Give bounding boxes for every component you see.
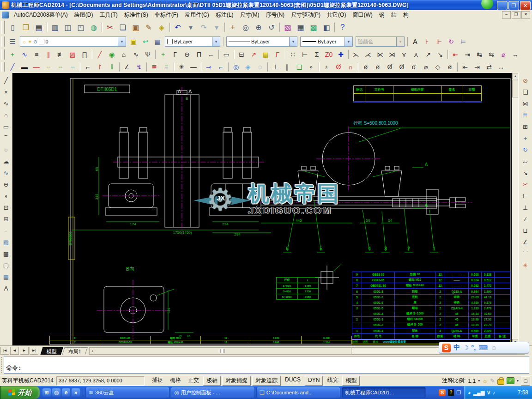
- tab-prev-button[interactable]: ◀: [10, 347, 19, 355]
- revision-cloud-icon[interactable]: ☁: [1, 156, 12, 167]
- lineweight-combobox[interactable]: ByLayer ▼: [300, 36, 353, 47]
- etransmit-icon[interactable]: ◍: [88, 21, 100, 33]
- 360-tray-icon[interactable]: ◕: [468, 390, 471, 395]
- parallel-lines-icon[interactable]: ≡: [31, 49, 42, 60]
- menu-item[interactable]: 标准件(S): [121, 10, 151, 20]
- circle-icon[interactable]: ○: [1, 145, 12, 155]
- trim-b-icon[interactable]: ⋌: [363, 49, 374, 60]
- no-entry-icon[interactable]: Ø: [333, 61, 344, 73]
- jog-line-icon[interactable]: ∿: [19, 49, 30, 60]
- open-file-icon[interactable]: ❒: [20, 21, 32, 33]
- toolbar-grip[interactable]: [1, 62, 5, 72]
- rectangle-icon[interactable]: ▭: [1, 121, 12, 132]
- viewport-frame-icon[interactable]: ▭: [221, 49, 232, 60]
- red-leader-icon[interactable]: ↗: [248, 49, 259, 60]
- layer-states-icon[interactable]: ▦: [152, 36, 163, 47]
- tool-palettes-icon[interactable]: ▩: [308, 21, 320, 33]
- network-tray-icon[interactable]: ▂▄▆: [473, 390, 485, 396]
- circle-diamond-icon[interactable]: ◈: [242, 61, 254, 73]
- dim-angle-icon[interactable]: ⌀: [498, 49, 509, 60]
- dia-6-icon[interactable]: ⌀: [420, 61, 431, 73]
- nav-wheel-icon[interactable]: ✚: [335, 49, 346, 60]
- vertical-scrollbar[interactable]: ▲ ▼: [512, 73, 519, 345]
- dim-oe-icon[interactable]: ⇥: [462, 49, 473, 60]
- pan-icon[interactable]: +: [227, 21, 239, 33]
- group-box-icon[interactable]: ❑: [294, 61, 305, 73]
- menu-item[interactable]: 其它(O): [324, 10, 349, 20]
- copy-icon[interactable]: ❏: [520, 87, 531, 97]
- array-dots-icon[interactable]: ∷: [287, 49, 298, 60]
- trim-h-icon[interactable]: ↘: [435, 49, 446, 60]
- dia-3-icon[interactable]: Ø: [384, 61, 395, 73]
- polygon-tool-icon[interactable]: ⌂: [118, 49, 129, 60]
- tab-layout1[interactable]: 布局1: [62, 347, 88, 355]
- dia-1-icon[interactable]: ø: [360, 61, 371, 73]
- menu-item[interactable]: 钢: [376, 10, 388, 20]
- hatch-region-icon[interactable]: ▨: [67, 49, 78, 60]
- break-icon[interactable]: ⌿: [520, 214, 531, 224]
- tab-last-button[interactable]: ▶|: [30, 347, 38, 355]
- half-moon-icon[interactable]: ☽: [463, 344, 469, 351]
- lock-icon[interactable]: [497, 379, 504, 385]
- move-icon[interactable]: +: [520, 133, 531, 144]
- redo-icon[interactable]: ↷: [198, 21, 210, 33]
- person-icon[interactable]: ☺: [490, 344, 497, 351]
- chamfer-icon[interactable]: ∠: [520, 237, 531, 248]
- start-button[interactable]: 开始: [0, 386, 40, 399]
- dim-arr-icon[interactable]: ⇥: [472, 61, 483, 73]
- menu-item[interactable]: 窗口(W): [349, 10, 375, 20]
- dash-icon[interactable]: —: [188, 61, 199, 73]
- clean-screen-button[interactable]: ▢: [521, 376, 530, 386]
- n-symbol-icon[interactable]: ∩: [345, 61, 356, 73]
- 360-cloud-quick-icon[interactable]: ≋: [42, 388, 51, 397]
- ellipse-arc-icon[interactable]: ◖: [1, 191, 12, 201]
- dim-update-icon[interactable]: ↻: [446, 36, 457, 47]
- print-preview-icon[interactable]: ◫: [62, 21, 74, 33]
- zoom-window-icon[interactable]: ⊕: [253, 21, 265, 33]
- menu-item[interactable]: 标注(L): [212, 10, 237, 20]
- z-zero-icon[interactable]: Z0: [323, 49, 334, 60]
- toolbar-grip[interactable]: [1, 21, 5, 33]
- task-button[interactable]: ⚙机械工程师CAD201...: [342, 387, 426, 398]
- dim-style-b-icon[interactable]: ⊩: [434, 36, 445, 47]
- mdi-minimize-button[interactable]: –: [502, 11, 511, 19]
- color-combobox[interactable]: ByLayer ▼: [165, 36, 220, 47]
- cut-icon[interactable]: ✂: [104, 21, 116, 33]
- vector-icon[interactable]: ↯: [133, 61, 145, 73]
- toggle-DYN[interactable]: DYN: [305, 376, 323, 386]
- properties-palette-icon[interactable]: ▧: [282, 21, 294, 33]
- point-marker-icon[interactable]: +: [7, 49, 18, 60]
- task-button[interactable]: ❏C:\Documents and...: [256, 387, 340, 398]
- copy-clip-icon[interactable]: ❏: [117, 21, 129, 33]
- width-dim-icon[interactable]: ⊢: [299, 49, 310, 60]
- flatten-icon[interactable]: ⊟: [236, 49, 247, 60]
- drawing-canvas[interactable]: DTII05D1A — AB653451741750(1450)23429444…: [12, 73, 512, 345]
- polyline-icon[interactable]: ∿: [1, 98, 12, 109]
- scroll-up-icon[interactable]: ▲: [512, 73, 519, 79]
- menu-item[interactable]: 构: [400, 10, 412, 20]
- markup-icon[interactable]: ◧: [320, 21, 332, 33]
- menu-item[interactable]: 非标件(F): [151, 10, 181, 20]
- stretch-icon[interactable]: ↘: [520, 168, 531, 178]
- hatch-icon[interactable]: ▨: [1, 237, 12, 248]
- node-corner-icon[interactable]: ⌐: [215, 61, 226, 73]
- dia-4-icon[interactable]: Ø: [396, 61, 407, 73]
- line-icon[interactable]: ╱: [1, 75, 12, 86]
- sigma-sum-icon[interactable]: Σ: [311, 49, 322, 60]
- polygon-icon[interactable]: ⌂: [1, 110, 12, 121]
- trim-f-icon[interactable]: ⋏: [411, 49, 422, 60]
- scale-icon[interactable]: ▱: [520, 156, 531, 167]
- task-button[interactable]: ◎用户控制面板 - ...: [171, 387, 255, 398]
- snap-cross-icon[interactable]: +: [157, 49, 169, 60]
- circle-dash-icon[interactable]: ◌: [254, 61, 266, 73]
- dia-7-icon[interactable]: ◇: [432, 61, 443, 73]
- ie-quick-icon[interactable]: e: [62, 388, 70, 397]
- paste-icon[interactable]: ▣: [130, 21, 142, 33]
- annotation-visibility-icon[interactable]: ☼: [482, 377, 488, 384]
- step-symbol-icon[interactable]: Γ: [169, 49, 181, 60]
- line-green-icon[interactable]: ╌: [55, 61, 66, 73]
- layer-previous-icon[interactable]: ↩: [140, 36, 151, 47]
- chevron-down-icon[interactable]: ▾: [517, 379, 519, 383]
- undo-drop-icon[interactable]: ▾: [185, 21, 197, 33]
- toggle-捕捉[interactable]: 捕捉: [149, 376, 166, 386]
